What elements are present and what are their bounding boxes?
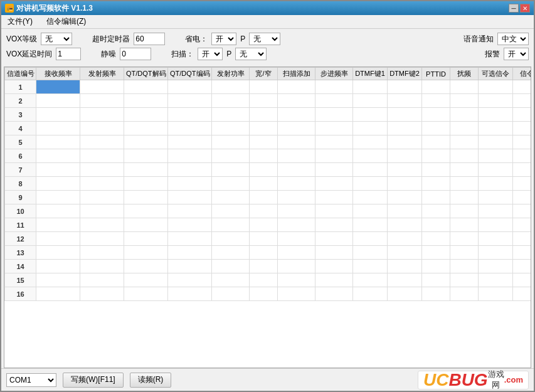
data-cell[interactable] [513,149,532,163]
data-cell[interactable] [422,287,450,301]
data-cell[interactable] [212,80,250,94]
data-cell[interactable] [353,246,388,260]
data-cell[interactable] [36,260,80,273]
data-cell[interactable] [422,80,450,94]
p2-select[interactable]: 无 [235,48,267,60]
data-cell[interactable] [124,163,168,177]
close-button[interactable]: ✕ [520,4,530,13]
data-cell[interactable] [315,218,353,232]
data-cell[interactable] [388,204,422,218]
data-cell[interactable] [250,135,278,149]
alarm-select[interactable]: 开 [504,48,529,60]
data-cell[interactable] [315,135,353,149]
data-cell[interactable] [315,80,353,94]
data-cell[interactable] [315,287,353,301]
data-cell[interactable] [250,287,278,301]
table-row[interactable]: 16 [5,287,532,301]
data-cell[interactable] [36,287,80,301]
data-cell[interactable] [278,163,315,177]
data-cell[interactable] [168,246,212,260]
data-cell[interactable] [80,204,124,218]
data-cell[interactable] [36,246,80,260]
data-cell[interactable] [80,122,124,135]
data-cell[interactable] [388,108,422,122]
data-cell[interactable] [250,232,278,246]
data-cell[interactable] [250,191,278,204]
vox-level-select[interactable]: 无 [41,33,72,45]
data-cell[interactable] [212,218,250,232]
data-cell[interactable] [422,273,450,287]
data-cell[interactable] [315,191,353,204]
data-cell[interactable] [479,273,513,287]
data-cell[interactable] [353,163,388,177]
minimize-button[interactable]: ─ [509,4,519,13]
data-cell[interactable] [80,149,124,163]
com-port-select[interactable]: COM1 COM2 COM3 COM4 [6,373,56,387]
data-cell[interactable] [278,246,315,260]
data-cell[interactable] [315,149,353,163]
data-cell[interactable] [80,273,124,287]
data-cell[interactable] [450,108,479,122]
data-cell[interactable] [479,260,513,273]
row-number-cell[interactable]: 13 [5,246,36,260]
data-cell[interactable] [36,135,80,149]
data-cell[interactable] [212,232,250,246]
data-cell[interactable] [479,287,513,301]
data-cell[interactable] [450,232,479,246]
data-cell[interactable] [124,108,168,122]
data-cell[interactable] [80,246,124,260]
data-cell[interactable] [450,177,479,191]
row-number-cell[interactable]: 16 [5,287,36,301]
data-cell[interactable] [353,287,388,301]
data-cell[interactable] [479,246,513,260]
data-cell[interactable] [80,94,124,108]
data-cell[interactable] [250,163,278,177]
data-cell[interactable] [422,260,450,273]
save-select[interactable]: 开 [211,33,236,45]
data-cell[interactable] [80,232,124,246]
read-freq-button[interactable]: 读频(R) [130,373,172,388]
menu-signal[interactable]: 信令编辑(Z) [43,15,90,28]
data-cell[interactable] [353,94,388,108]
data-cell[interactable] [124,149,168,163]
data-cell[interactable] [80,80,124,94]
data-cell[interactable] [250,246,278,260]
data-cell[interactable] [212,287,250,301]
row-number-cell[interactable]: 14 [5,260,36,273]
data-cell[interactable] [422,135,450,149]
table-row[interactable]: 14 [5,260,532,273]
data-cell[interactable] [315,108,353,122]
row-number-cell[interactable]: 8 [5,177,36,191]
data-cell[interactable] [124,204,168,218]
data-cell[interactable] [124,135,168,149]
row-number-cell[interactable]: 1 [5,80,36,94]
data-cell[interactable] [250,204,278,218]
data-cell[interactable] [168,273,212,287]
data-cell[interactable] [388,218,422,232]
data-cell[interactable] [278,108,315,122]
data-cell[interactable] [479,108,513,122]
data-cell[interactable] [422,191,450,204]
data-cell[interactable] [168,191,212,204]
table-row[interactable]: 4 [5,122,532,135]
row-number-cell[interactable]: 6 [5,149,36,163]
row-number-cell[interactable]: 9 [5,191,36,204]
data-cell[interactable] [168,163,212,177]
data-cell[interactable] [315,273,353,287]
data-cell[interactable] [353,177,388,191]
row-number-cell[interactable]: 5 [5,135,36,149]
data-cell[interactable] [80,163,124,177]
data-cell[interactable] [168,94,212,108]
row-number-cell[interactable]: 10 [5,204,36,218]
row-number-cell[interactable]: 12 [5,232,36,246]
data-cell[interactable] [168,287,212,301]
data-cell[interactable] [353,232,388,246]
data-cell[interactable] [315,246,353,260]
data-cell[interactable] [36,108,80,122]
data-cell[interactable] [36,204,80,218]
data-cell[interactable] [479,135,513,149]
data-cell[interactable] [278,94,315,108]
data-cell[interactable] [479,177,513,191]
data-cell[interactable] [36,177,80,191]
table-row[interactable]: 12 [5,232,532,246]
